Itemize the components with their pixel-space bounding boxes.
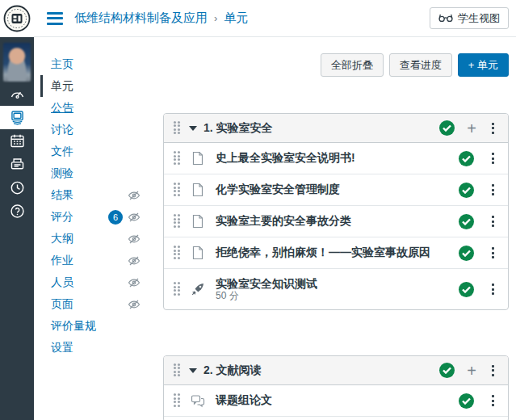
course-nav-people[interactable]: 人员 [40, 271, 141, 293]
published-check-icon[interactable] [459, 282, 474, 297]
course-nav-assignments[interactable]: 作业 [40, 250, 141, 271]
eye-off-icon [128, 211, 141, 224]
kebab-menu-icon[interactable] [487, 183, 498, 197]
eye-off-icon [128, 298, 141, 311]
eye-off-icon [128, 189, 141, 202]
course-nav-discussions[interactable]: 讨论 [40, 119, 141, 141]
drag-handle-icon[interactable] [174, 363, 182, 378]
drag-handle-icon[interactable] [174, 246, 182, 260]
course-nav-quizzes[interactable]: 测验 [40, 162, 141, 184]
course-nav-outcomes[interactable]: 结果 [40, 184, 141, 206]
eye-off-icon [128, 233, 141, 246]
page-icon [191, 246, 205, 260]
module-item-row: 实验室安全知识测试 50 分 [164, 269, 508, 309]
course-nav-settings[interactable]: 设置 [40, 337, 141, 359]
module-title: 2. 文献阅读 [203, 363, 262, 378]
published-check-icon[interactable] [439, 363, 455, 378]
page-icon [191, 183, 205, 197]
collapse-caret-icon[interactable] [189, 126, 197, 131]
drag-handle-icon[interactable] [174, 393, 182, 408]
module-header: 2. 文献阅读 + [164, 356, 508, 385]
course-nav-modules[interactable]: 单元 [40, 75, 141, 97]
collapse-caret-icon[interactable] [189, 368, 197, 373]
course-nav-home[interactable]: 主页 [40, 53, 141, 75]
kebab-menu-icon[interactable] [487, 282, 498, 296]
module-item-row: 课题组论文 [164, 385, 508, 417]
global-nav [0, 0, 34, 420]
module: 1. 实验室安全 + 史上最全实验室安全说明书! 化学实 [163, 113, 509, 310]
dashboard-icon[interactable] [0, 82, 34, 106]
page-header: 低维结构材料制备及应用 › 单元 学生视图 [34, 0, 516, 37]
view-progress-button[interactable]: 查看进度 [389, 53, 452, 77]
module-item-title[interactable]: 实验室主要的安全事故分类 [216, 214, 351, 229]
module-item-title[interactable]: 课题组论文 [216, 393, 272, 408]
module: 2. 文献阅读 + 课题组论文 [163, 355, 509, 420]
student-view-button[interactable]: 学生视图 [430, 7, 509, 29]
module-item-title[interactable]: 化学实验室安全管理制度 [216, 183, 340, 197]
glasses-icon [438, 14, 453, 23]
course-nav-announcements[interactable]: 公告 [40, 97, 141, 119]
module-item-title[interactable]: 拒绝侥幸，别怕麻烦！——实验室事故原因 [216, 246, 430, 260]
kebab-menu-icon[interactable] [487, 246, 498, 260]
university-seal-icon [2, 3, 31, 34]
add-item-icon[interactable]: + [467, 121, 476, 136]
kebab-menu-icon[interactable] [487, 363, 498, 378]
module-item-row: 拒绝侥幸，别怕麻烦！——实验室事故原因 [164, 237, 508, 269]
quiz-icon [191, 282, 205, 296]
student-view-label: 学生视图 [458, 11, 500, 26]
drag-handle-icon[interactable] [174, 151, 182, 166]
module-title: 1. 实验室安全 [203, 121, 273, 136]
published-check-icon[interactable] [439, 120, 455, 136]
breadcrumb-current[interactable]: 单元 [224, 10, 248, 26]
published-check-icon[interactable] [459, 246, 474, 261]
kebab-menu-icon[interactable] [487, 151, 498, 166]
published-check-icon[interactable] [459, 393, 474, 409]
course-nav-grades[interactable]: 评分 6 [40, 206, 141, 228]
add-item-icon[interactable]: + [467, 363, 476, 378]
module-item-row-partial [164, 417, 508, 420]
module-item-row: 实验室主要的安全事故分类 [164, 206, 508, 237]
published-check-icon[interactable] [459, 183, 474, 198]
user-avatar[interactable] [3, 43, 31, 82]
eye-off-icon [128, 276, 141, 289]
module-header: 1. 实验室安全 + [164, 114, 508, 143]
global-nav-items [0, 82, 34, 223]
page-icon [191, 151, 205, 166]
published-check-icon[interactable] [459, 214, 474, 229]
modules-content: 全部折叠 查看进度 + 单元 1. 实验室安全 + 史上最全实验室安全说明书! [163, 48, 509, 420]
add-module-button[interactable]: + 单元 [458, 53, 509, 77]
drag-handle-icon[interactable] [174, 282, 182, 296]
page-icon [191, 214, 205, 229]
course-nav-files[interactable]: 文件 [40, 141, 141, 162]
published-check-icon[interactable] [459, 151, 474, 166]
kebab-menu-icon[interactable] [487, 214, 498, 229]
breadcrumb: 低维结构材料制备及应用 › 单元 [74, 10, 248, 26]
course-nav-rubrics[interactable]: 评价量规 [40, 315, 141, 337]
modules-toolbar: 全部折叠 查看进度 + 单元 [163, 53, 509, 77]
module-item-row: 史上最全实验室安全说明书! [164, 143, 508, 174]
kebab-menu-icon[interactable] [487, 121, 498, 136]
collapse-all-button[interactable]: 全部折叠 [321, 53, 384, 77]
module-item-title[interactable]: 实验室安全知识测试 [216, 277, 317, 290]
eye-off-icon [128, 254, 141, 267]
kebab-menu-icon[interactable] [487, 393, 498, 408]
calendar-icon[interactable] [0, 129, 34, 153]
courses-icon[interactable] [0, 106, 34, 129]
breadcrumb-course-link[interactable]: 低维结构材料制备及应用 [74, 10, 208, 26]
drag-handle-icon[interactable] [174, 183, 182, 197]
history-icon[interactable] [0, 176, 34, 200]
inbox-icon[interactable] [0, 153, 34, 176]
module-item-title[interactable]: 史上最全实验室安全说明书! [216, 151, 355, 166]
course-nav-pages[interactable]: 页面 [40, 293, 141, 315]
grades-badge: 6 [108, 210, 123, 225]
course-nav-syllabus[interactable]: 大纲 [40, 228, 141, 250]
drag-handle-icon[interactable] [174, 214, 182, 229]
canvas-modules-page: 低维结构材料制备及应用 › 单元 学生视图 主页 单元 公告 讨论 文件 测验 … [0, 0, 516, 420]
drag-handle-icon[interactable] [174, 121, 182, 136]
university-logo[interactable] [0, 0, 34, 37]
breadcrumb-separator: › [214, 12, 217, 24]
item-points-label: 50 分 [216, 290, 317, 301]
module-item-row: 化学实验室安全管理制度 [164, 174, 508, 206]
help-icon[interactable] [0, 200, 34, 223]
hamburger-icon[interactable] [47, 12, 63, 25]
